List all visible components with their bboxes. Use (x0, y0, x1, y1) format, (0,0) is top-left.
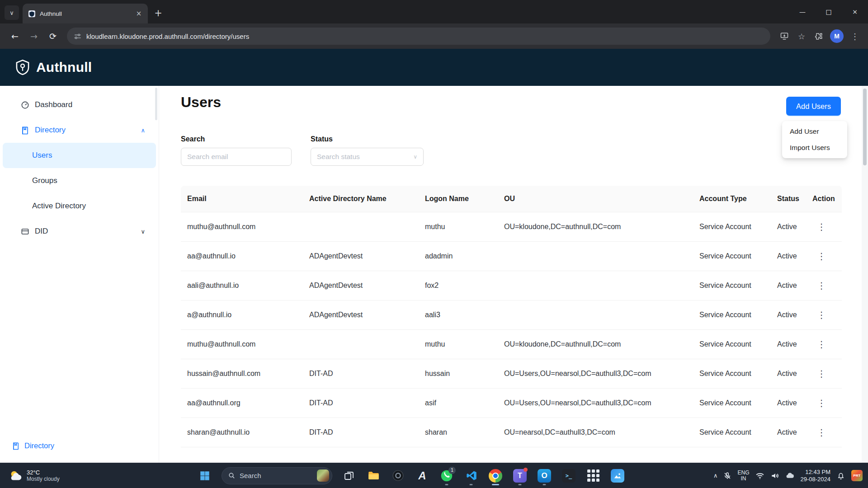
sidebar-item-dashboard[interactable]: Dashboard (3, 92, 156, 117)
taskbar-clock[interactable]: 12:43 PM 29-08-2024 (801, 469, 831, 483)
cell-email: hussain@authnull.com (181, 359, 303, 388)
cell-logon_name: muthu (419, 329, 498, 359)
forward-button[interactable]: → (25, 28, 42, 45)
cell-action: ⋮ (806, 388, 842, 418)
status-select[interactable]: Search status ∨ (311, 148, 424, 166)
hidden-icons-chevron[interactable]: ∧ (713, 472, 718, 479)
cell-logon_name: adadmin (419, 241, 498, 271)
sidebar-item-label: Active Directory (32, 202, 86, 211)
taskbar-search-box[interactable]: Search (222, 467, 332, 484)
language-bottom: IN (737, 476, 749, 482)
onedrive-cloud-icon[interactable] (785, 471, 795, 480)
url-text: kloudlearn.kloudone.prod.authnull.com/di… (86, 33, 249, 40)
wifi-icon[interactable] (755, 471, 764, 480)
row-actions-kebab-icon[interactable]: ⋮ (812, 366, 830, 381)
browser-tab[interactable]: Authnull × (23, 4, 148, 23)
vscode-icon (465, 469, 477, 482)
select-chevron-down-icon: ∨ (413, 154, 417, 160)
page-scrollbar[interactable] (862, 86, 868, 463)
row-actions-kebab-icon[interactable]: ⋮ (812, 396, 830, 410)
file-explorer-button[interactable] (363, 465, 384, 486)
reload-button[interactable]: ⟳ (44, 28, 61, 45)
scrollbar-thumb[interactable] (863, 89, 867, 165)
app-header: Authnull (0, 49, 868, 86)
a-app-icon: A (415, 469, 429, 483)
row-actions-kebab-icon[interactable]: ⋮ (812, 278, 830, 293)
sidebar-item-did[interactable]: DID ∨ (3, 219, 156, 244)
cell-ou (498, 271, 693, 300)
cell-action: ⋮ (806, 329, 842, 359)
row-actions-kebab-icon[interactable]: ⋮ (812, 249, 830, 263)
cell-email: aa@authnull.io (181, 241, 303, 271)
search-icon (228, 472, 236, 479)
sidebar-footer-label: Directory (24, 441, 54, 450)
cell-status: Active (771, 271, 806, 300)
close-button[interactable]: × (842, 0, 868, 23)
menu-item-import-users[interactable]: Import Users (784, 140, 845, 156)
row-actions-kebab-icon[interactable]: ⋮ (812, 220, 830, 234)
cell-email: a@authnull.io (181, 300, 303, 329)
search-filter: Search (181, 135, 292, 166)
bookmark-star-icon[interactable]: ☆ (794, 28, 809, 44)
cell-ou: OU=Users,OU=nearsol,DC=authull3,DC=com (498, 388, 693, 418)
menu-item-add-user[interactable]: Add User (784, 123, 845, 140)
terminal-button[interactable]: >_ (558, 465, 579, 486)
new-tab-button[interactable]: + (151, 5, 166, 21)
system-tray: ∧ ENG IN 12:43 PM 29-08-2024 PRT (713, 463, 865, 488)
mic-muted-icon[interactable] (723, 472, 731, 480)
maximize-button[interactable]: □ (816, 0, 842, 23)
taskbar-weather-widget[interactable]: 32°C Mostly cloudy (5, 463, 63, 488)
users-table: Email Active Directory Name Logon Name O… (181, 186, 842, 447)
apps-grid-button[interactable] (583, 465, 604, 486)
outlook-button[interactable]: O (534, 465, 555, 486)
row-actions-kebab-icon[interactable]: ⋮ (812, 308, 830, 322)
whatsapp-button[interactable]: 1 (436, 465, 457, 486)
extensions-icon[interactable] (811, 28, 826, 44)
sidebar-item-label: Directory (35, 126, 66, 135)
row-actions-kebab-icon[interactable]: ⋮ (812, 425, 830, 440)
minimize-button[interactable]: — (789, 0, 816, 23)
sidebar-item-users[interactable]: Users (3, 143, 156, 168)
directory-icon (21, 126, 29, 135)
volume-icon[interactable] (770, 471, 779, 480)
install-app-icon[interactable] (777, 28, 792, 44)
back-button[interactable]: ← (6, 28, 24, 45)
photos-icon (611, 469, 624, 483)
site-settings-icon[interactable] (73, 32, 82, 41)
sidebar-item-active-directory[interactable]: Active Directory (3, 193, 156, 219)
outlook-running-indicator (543, 484, 546, 485)
taskbar-search-text: Search (240, 472, 313, 479)
sidebar-item-directory[interactable]: Directory ∧ (3, 117, 156, 143)
table-row: aa@authnull.orgDIT-ADasifOU=Users,OU=nea… (181, 388, 842, 418)
col-ou: OU (498, 186, 693, 212)
add-users-button[interactable]: Add Users (786, 97, 841, 116)
teams-button[interactable]: T (509, 465, 530, 486)
address-bar[interactable]: kloudlearn.kloudone.prod.authnull.com/di… (67, 28, 770, 45)
search-highlight-image[interactable] (317, 469, 329, 482)
sidebar-footer-directory[interactable]: Directory (12, 441, 54, 450)
cell-action: ⋮ (806, 418, 842, 447)
chrome-button[interactable] (485, 465, 506, 486)
a-app-button[interactable]: A (412, 465, 433, 486)
sidebar-item-groups[interactable]: Groups (3, 168, 156, 193)
row-actions-kebab-icon[interactable]: ⋮ (812, 337, 830, 352)
sidebar: Dashboard Directory ∧ Users Groups Activ… (0, 86, 159, 463)
language-indicator[interactable]: ENG IN (737, 470, 749, 482)
camera-app-button[interactable] (387, 465, 408, 486)
directory-book-icon (12, 442, 20, 450)
tab-search-button[interactable]: ∨ (5, 5, 19, 20)
search-input[interactable] (181, 148, 292, 166)
browser-profile-avatar[interactable]: M (830, 29, 844, 43)
tab-close-icon[interactable]: × (134, 9, 143, 18)
authnull-logo-icon (15, 60, 30, 75)
file-explorer-icon (368, 469, 380, 482)
notifications-bell-icon[interactable] (836, 471, 845, 480)
search-label: Search (181, 135, 292, 143)
task-view-button[interactable] (339, 465, 359, 486)
vscode-button[interactable] (461, 465, 481, 486)
screenshot-tool-icon[interactable]: PRT (851, 470, 863, 481)
start-button[interactable] (194, 465, 215, 486)
cell-ou: OU=kloudone,DC=authnull,DC=com (498, 212, 693, 241)
browser-menu-icon[interactable]: ⋮ (847, 28, 863, 44)
photos-button[interactable] (607, 465, 628, 486)
